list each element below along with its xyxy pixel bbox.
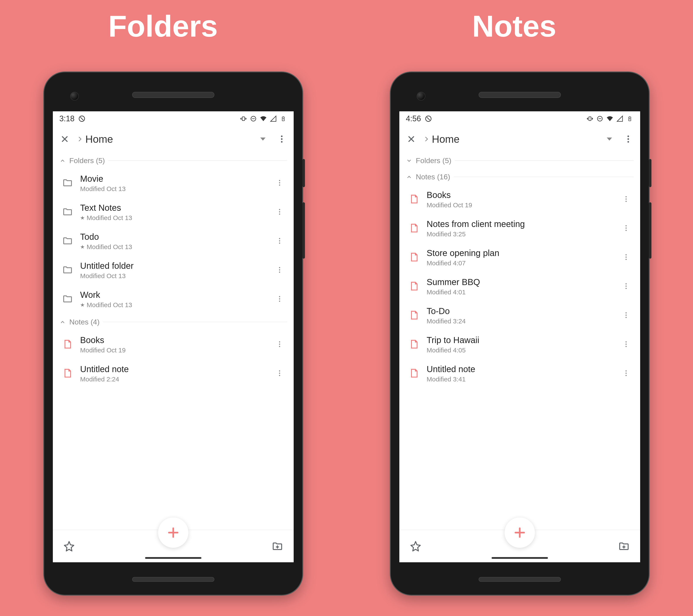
item-menu-button[interactable] bbox=[274, 368, 285, 379]
svg-point-6 bbox=[281, 136, 282, 137]
item-menu-button[interactable] bbox=[621, 194, 632, 204]
side-button bbox=[302, 202, 305, 259]
section-title: Folders (5) bbox=[416, 156, 451, 165]
item-title: To-Do bbox=[427, 305, 614, 317]
item-menu-button[interactable] bbox=[621, 223, 632, 234]
dropdown-triangle-icon[interactable] bbox=[260, 138, 265, 141]
item-menu-button[interactable] bbox=[621, 339, 632, 350]
section-header-notes[interactable]: Notes (16) bbox=[406, 168, 634, 184]
svg-rect-31 bbox=[589, 117, 591, 121]
item-menu-button[interactable] bbox=[274, 294, 285, 304]
favorites-button[interactable] bbox=[408, 539, 423, 554]
section-header-notes[interactable]: Notes (4) bbox=[59, 313, 287, 330]
list-item[interactable]: Work★Modified Oct 13 bbox=[59, 284, 287, 313]
list-item[interactable]: To-DoModified 3:24 bbox=[406, 301, 634, 330]
dropdown-triangle-icon[interactable] bbox=[607, 138, 612, 141]
svg-point-14 bbox=[279, 214, 280, 215]
section-title: Folders (5) bbox=[69, 156, 105, 165]
list-item[interactable]: Summer BBQModified 4:01 bbox=[406, 272, 634, 301]
svg-point-23 bbox=[279, 301, 280, 302]
svg-point-13 bbox=[279, 211, 280, 212]
breadcrumb[interactable]: Home bbox=[423, 133, 616, 145]
list-item[interactable]: Untitled noteModified 2:24 bbox=[59, 359, 287, 388]
svg-point-43 bbox=[626, 227, 627, 228]
item-menu-button[interactable] bbox=[621, 368, 632, 379]
item-menu-button[interactable] bbox=[621, 281, 632, 292]
status-bar: 4:56 bbox=[399, 111, 640, 126]
signal-icon bbox=[270, 115, 277, 123]
item-title: Summer BBQ bbox=[427, 276, 614, 287]
new-folder-button[interactable] bbox=[270, 539, 285, 554]
list-item[interactable]: Notes from client meetingModified 3:25 bbox=[406, 214, 634, 243]
list-item[interactable]: Text Notes★Modified Oct 13 bbox=[59, 197, 287, 226]
list-item[interactable]: Trip to HawaiiModified 4:05 bbox=[406, 330, 634, 359]
folder-icon bbox=[61, 177, 74, 189]
fab-add-button[interactable] bbox=[158, 517, 189, 548]
list-item[interactable]: BooksModified Oct 19 bbox=[59, 330, 287, 359]
svg-point-40 bbox=[626, 198, 627, 199]
breadcrumb-label: Home bbox=[432, 133, 459, 145]
wifi-icon bbox=[259, 115, 267, 123]
divider bbox=[455, 160, 634, 161]
page-label-notes: Notes bbox=[472, 9, 556, 44]
nav-pill[interactable] bbox=[492, 557, 548, 559]
item-menu-button[interactable] bbox=[274, 339, 285, 350]
svg-point-52 bbox=[626, 315, 627, 316]
camera-dot bbox=[70, 92, 79, 100]
svg-point-48 bbox=[626, 283, 627, 284]
svg-point-45 bbox=[626, 254, 627, 255]
svg-point-57 bbox=[626, 370, 627, 372]
section-header-folders[interactable]: Folders (5) bbox=[59, 152, 287, 168]
list-item[interactable]: Store opening planModified 4:07 bbox=[406, 243, 634, 272]
app-bar: Home bbox=[399, 126, 640, 152]
section-header-folders[interactable]: Folders (5) bbox=[406, 152, 634, 168]
list-item[interactable]: MovieModified Oct 13 bbox=[59, 168, 287, 197]
dnd-icon bbox=[78, 115, 86, 123]
list-item[interactable]: Todo★Modified Oct 13 bbox=[59, 226, 287, 255]
bottom-bar bbox=[399, 530, 640, 562]
vibrate-icon bbox=[239, 115, 247, 123]
svg-point-20 bbox=[279, 272, 280, 273]
svg-point-25 bbox=[279, 343, 280, 344]
svg-rect-35 bbox=[629, 117, 630, 117]
list-item[interactable]: Untitled noteModified 3:41 bbox=[406, 359, 634, 388]
item-title: Movie bbox=[80, 173, 268, 184]
list-item[interactable]: Untitled folderModified Oct 13 bbox=[59, 255, 287, 284]
svg-point-53 bbox=[626, 317, 627, 318]
nav-pill[interactable] bbox=[145, 557, 201, 559]
item-menu-button[interactable] bbox=[274, 177, 285, 188]
item-title: Untitled note bbox=[427, 363, 614, 375]
page-label-folders: Folders bbox=[108, 9, 218, 44]
favorites-button[interactable] bbox=[61, 539, 77, 554]
chevron-up-icon bbox=[59, 157, 66, 164]
item-menu-button[interactable] bbox=[621, 252, 632, 262]
item-menu-button[interactable] bbox=[274, 264, 285, 275]
close-button[interactable] bbox=[404, 132, 419, 147]
star-icon: ★ bbox=[80, 215, 85, 221]
svg-point-50 bbox=[626, 288, 627, 289]
item-subtitle: Modified Oct 19 bbox=[80, 346, 268, 354]
svg-point-24 bbox=[279, 341, 280, 342]
new-folder-button[interactable] bbox=[616, 539, 632, 554]
svg-point-22 bbox=[279, 298, 280, 299]
note-icon bbox=[408, 280, 420, 292]
list-item[interactable]: BooksModified Oct 19 bbox=[406, 184, 634, 214]
folder-icon bbox=[61, 264, 74, 276]
item-menu-button[interactable] bbox=[274, 235, 285, 246]
overflow-menu-button[interactable] bbox=[621, 132, 636, 147]
breadcrumb[interactable]: Home bbox=[77, 133, 270, 145]
item-title: Work bbox=[80, 289, 268, 300]
item-menu-button[interactable] bbox=[621, 310, 632, 321]
svg-point-42 bbox=[626, 225, 627, 226]
item-subtitle: Modified Oct 13 bbox=[80, 272, 268, 280]
item-menu-button[interactable] bbox=[274, 206, 285, 217]
overflow-menu-button[interactable] bbox=[274, 132, 289, 147]
fab-add-button[interactable] bbox=[504, 517, 535, 548]
close-button[interactable] bbox=[57, 132, 72, 147]
svg-point-18 bbox=[279, 267, 280, 268]
item-title: Untitled note bbox=[80, 363, 268, 375]
side-button bbox=[649, 202, 651, 259]
svg-point-7 bbox=[281, 138, 282, 140]
chevron-up-icon bbox=[59, 319, 66, 325]
chevron-right-icon bbox=[423, 136, 430, 142]
